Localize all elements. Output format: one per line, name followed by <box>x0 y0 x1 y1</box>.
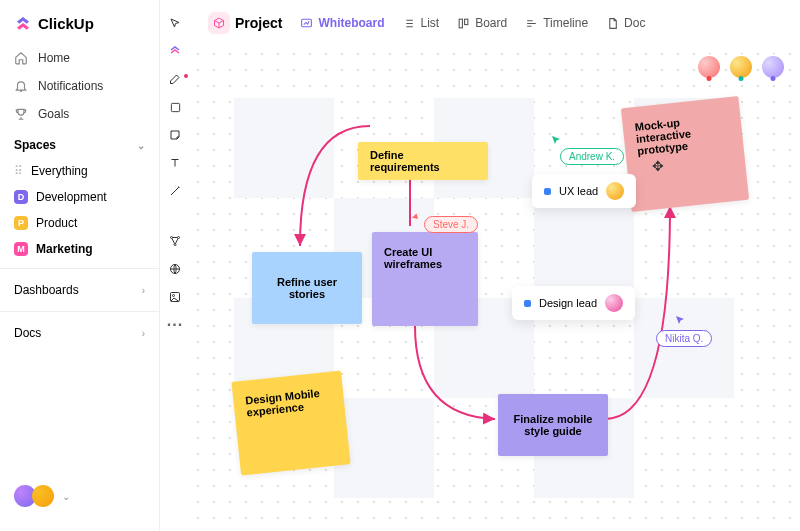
svg-rect-8 <box>459 19 462 28</box>
connector-tool-icon[interactable] <box>168 184 182 198</box>
sticky-mockup[interactable]: Mock-up interactive prototype <box>621 96 749 212</box>
chevron-right-icon: › <box>142 285 145 296</box>
presence-avatar[interactable]: .pa:nth-child(3)::after{background:#7b68… <box>760 54 786 80</box>
nav-home[interactable]: Home <box>0 44 159 72</box>
home-icon <box>14 51 28 65</box>
tab-board[interactable]: Board <box>457 16 507 30</box>
presence-avatars[interactable]: .pa:nth-child(1)::after{background:#ef44… <box>696 54 786 80</box>
sidebar: ClickUp Home Notifications Goals Spaces⌄… <box>0 0 160 531</box>
cursor-andrew-icon <box>550 134 562 146</box>
pen-tool-icon[interactable] <box>168 72 182 86</box>
svg-rect-0 <box>171 103 179 111</box>
clickup-logo-icon <box>14 14 32 32</box>
square-tool-icon[interactable] <box>168 100 182 114</box>
more-tool-icon[interactable]: ··· <box>168 318 182 332</box>
brand-text: ClickUp <box>38 15 94 32</box>
chip-design-lead[interactable]: Design lead <box>512 286 635 320</box>
tool-rail: ··· <box>160 0 190 531</box>
cursor-nikita-icon <box>674 314 686 326</box>
user-avatar <box>32 485 54 507</box>
user-area[interactable]: ⌄ <box>0 475 159 517</box>
space-product[interactable]: PProduct <box>0 210 159 236</box>
sticky-refine[interactable]: Refine user stories <box>252 252 362 324</box>
tab-timeline[interactable]: Timeline <box>525 16 588 30</box>
whiteboard-icon <box>300 17 313 30</box>
spaces-header[interactable]: Spaces⌄ <box>0 128 159 158</box>
svg-point-2 <box>178 237 180 239</box>
space-badge: D <box>14 190 28 204</box>
whiteboard-canvas[interactable]: Define requirements Refine user stories … <box>190 46 800 531</box>
svg-point-1 <box>171 237 173 239</box>
globe-tool-icon[interactable] <box>168 262 182 276</box>
image-tool-icon[interactable] <box>168 290 182 304</box>
space-badge: P <box>14 216 28 230</box>
space-development[interactable]: DDevelopment <box>0 184 159 210</box>
chevron-right-icon: › <box>142 328 145 339</box>
cursor-nikita-label: Nikita Q. <box>656 330 712 347</box>
presence-avatar[interactable]: .pa:nth-child(2)::after{background:#14b8… <box>728 54 754 80</box>
svg-point-3 <box>174 244 176 246</box>
doc-icon <box>606 17 619 30</box>
divider <box>0 268 159 269</box>
text-tool-icon[interactable] <box>168 156 182 170</box>
list-icon <box>402 17 415 30</box>
chevron-down-icon: ⌄ <box>62 491 70 502</box>
space-everything[interactable]: ⠿Everything <box>0 158 159 184</box>
space-marketing[interactable]: MMarketing <box>0 236 159 262</box>
status-dot <box>544 188 551 195</box>
cursor-tool-icon[interactable] <box>168 16 182 30</box>
trophy-icon <box>14 107 28 121</box>
sticky-wireframes[interactable]: Create UI wireframes <box>372 232 478 326</box>
board-icon <box>457 17 470 30</box>
timeline-icon <box>525 17 538 30</box>
tab-doc[interactable]: Doc <box>606 16 645 30</box>
topbar: Project Whiteboard List Board Timeline D… <box>190 0 800 46</box>
main: Project Whiteboard List Board Timeline D… <box>190 0 800 531</box>
svg-rect-9 <box>465 19 468 24</box>
logo: ClickUp <box>0 14 159 44</box>
presence-avatar[interactable]: .pa:nth-child(1)::after{background:#ef44… <box>696 54 722 80</box>
sticky-define[interactable]: Define requirements <box>358 142 488 180</box>
clickup-tool-icon[interactable] <box>168 44 182 58</box>
bell-icon <box>14 79 28 93</box>
tab-list[interactable]: List <box>402 16 439 30</box>
avatar-icon <box>606 182 624 200</box>
nav-docs[interactable]: Docs› <box>0 318 159 348</box>
chip-ux-lead[interactable]: UX lead <box>532 174 636 208</box>
tab-whiteboard[interactable]: Whiteboard <box>300 16 384 30</box>
nav-dashboards[interactable]: Dashboards› <box>0 275 159 305</box>
project-title[interactable]: Project <box>208 12 282 34</box>
sticky-finalize[interactable]: Finalize mobile style guide <box>498 394 608 456</box>
network-tool-icon[interactable] <box>168 234 182 248</box>
cursor-steve-label: Steve J. <box>424 216 478 233</box>
nav-notifications[interactable]: Notifications <box>0 72 159 100</box>
avatar-icon <box>605 294 623 312</box>
sticky-mobile[interactable]: Design Mobile experience <box>231 371 350 476</box>
status-dot <box>524 300 531 307</box>
chevron-down-icon: ⌄ <box>137 140 145 151</box>
svg-point-6 <box>173 295 175 297</box>
grid-icon: ⠿ <box>14 164 23 178</box>
cursor-andrew-label: Andrew K. <box>560 148 624 165</box>
move-handle-icon[interactable]: ✥ <box>652 158 664 174</box>
divider <box>0 311 159 312</box>
space-badge: M <box>14 242 28 256</box>
nav-goals[interactable]: Goals <box>0 100 159 128</box>
cube-icon <box>208 12 230 34</box>
sticky-tool-icon[interactable] <box>168 128 182 142</box>
